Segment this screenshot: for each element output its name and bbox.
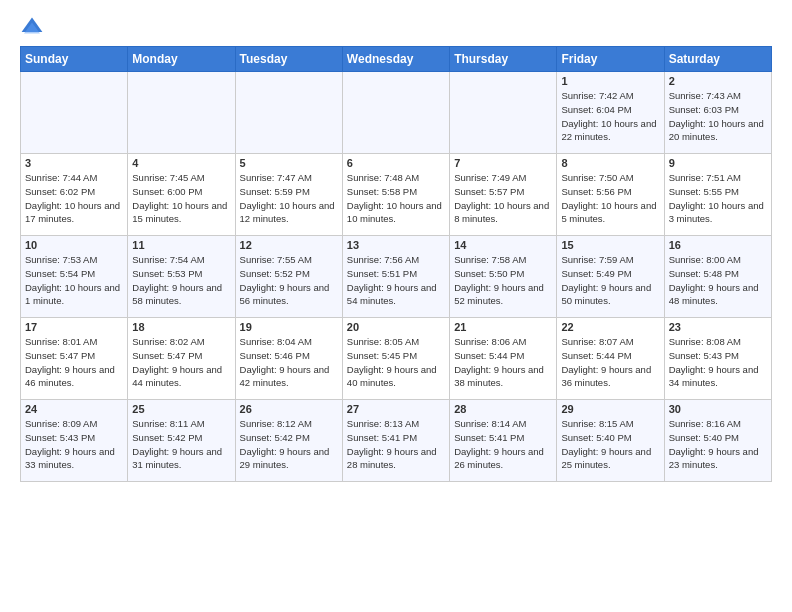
calendar-cell: 4Sunrise: 7:45 AM Sunset: 6:00 PM Daylig… — [128, 154, 235, 236]
day-info: Sunrise: 8:15 AM Sunset: 5:40 PM Dayligh… — [561, 417, 659, 472]
calendar-cell: 28Sunrise: 8:14 AM Sunset: 5:41 PM Dayli… — [450, 400, 557, 482]
day-number: 10 — [25, 239, 123, 251]
day-info: Sunrise: 8:08 AM Sunset: 5:43 PM Dayligh… — [669, 335, 767, 390]
day-number: 26 — [240, 403, 338, 415]
calendar-cell: 27Sunrise: 8:13 AM Sunset: 5:41 PM Dayli… — [342, 400, 449, 482]
calendar-cell: 13Sunrise: 7:56 AM Sunset: 5:51 PM Dayli… — [342, 236, 449, 318]
day-info: Sunrise: 7:55 AM Sunset: 5:52 PM Dayligh… — [240, 253, 338, 308]
calendar-cell: 18Sunrise: 8:02 AM Sunset: 5:47 PM Dayli… — [128, 318, 235, 400]
week-row-4: 24Sunrise: 8:09 AM Sunset: 5:43 PM Dayli… — [21, 400, 772, 482]
week-row-3: 17Sunrise: 8:01 AM Sunset: 5:47 PM Dayli… — [21, 318, 772, 400]
day-info: Sunrise: 7:48 AM Sunset: 5:58 PM Dayligh… — [347, 171, 445, 226]
day-info: Sunrise: 7:51 AM Sunset: 5:55 PM Dayligh… — [669, 171, 767, 226]
calendar-cell: 11Sunrise: 7:54 AM Sunset: 5:53 PM Dayli… — [128, 236, 235, 318]
calendar-cell: 17Sunrise: 8:01 AM Sunset: 5:47 PM Dayli… — [21, 318, 128, 400]
header-saturday: Saturday — [664, 47, 771, 72]
day-info: Sunrise: 7:58 AM Sunset: 5:50 PM Dayligh… — [454, 253, 552, 308]
calendar-cell: 2Sunrise: 7:43 AM Sunset: 6:03 PM Daylig… — [664, 72, 771, 154]
day-number: 15 — [561, 239, 659, 251]
day-info: Sunrise: 7:44 AM Sunset: 6:02 PM Dayligh… — [25, 171, 123, 226]
day-number: 13 — [347, 239, 445, 251]
day-info: Sunrise: 7:42 AM Sunset: 6:04 PM Dayligh… — [561, 89, 659, 144]
week-row-0: 1Sunrise: 7:42 AM Sunset: 6:04 PM Daylig… — [21, 72, 772, 154]
day-number: 25 — [132, 403, 230, 415]
day-info: Sunrise: 8:06 AM Sunset: 5:44 PM Dayligh… — [454, 335, 552, 390]
calendar-cell — [128, 72, 235, 154]
calendar-cell: 19Sunrise: 8:04 AM Sunset: 5:46 PM Dayli… — [235, 318, 342, 400]
calendar-cell: 1Sunrise: 7:42 AM Sunset: 6:04 PM Daylig… — [557, 72, 664, 154]
calendar-cell: 26Sunrise: 8:12 AM Sunset: 5:42 PM Dayli… — [235, 400, 342, 482]
day-info: Sunrise: 8:09 AM Sunset: 5:43 PM Dayligh… — [25, 417, 123, 472]
day-number: 7 — [454, 157, 552, 169]
day-info: Sunrise: 8:01 AM Sunset: 5:47 PM Dayligh… — [25, 335, 123, 390]
calendar-cell: 30Sunrise: 8:16 AM Sunset: 5:40 PM Dayli… — [664, 400, 771, 482]
calendar-cell: 15Sunrise: 7:59 AM Sunset: 5:49 PM Dayli… — [557, 236, 664, 318]
calendar-cell: 24Sunrise: 8:09 AM Sunset: 5:43 PM Dayli… — [21, 400, 128, 482]
day-info: Sunrise: 7:45 AM Sunset: 6:00 PM Dayligh… — [132, 171, 230, 226]
day-info: Sunrise: 8:02 AM Sunset: 5:47 PM Dayligh… — [132, 335, 230, 390]
day-number: 8 — [561, 157, 659, 169]
calendar-cell: 10Sunrise: 7:53 AM Sunset: 5:54 PM Dayli… — [21, 236, 128, 318]
day-info: Sunrise: 8:04 AM Sunset: 5:46 PM Dayligh… — [240, 335, 338, 390]
calendar-cell: 9Sunrise: 7:51 AM Sunset: 5:55 PM Daylig… — [664, 154, 771, 236]
day-number: 11 — [132, 239, 230, 251]
day-number: 16 — [669, 239, 767, 251]
calendar-cell: 16Sunrise: 8:00 AM Sunset: 5:48 PM Dayli… — [664, 236, 771, 318]
day-info: Sunrise: 7:59 AM Sunset: 5:49 PM Dayligh… — [561, 253, 659, 308]
calendar-cell: 25Sunrise: 8:11 AM Sunset: 5:42 PM Dayli… — [128, 400, 235, 482]
calendar-cell — [342, 72, 449, 154]
header-tuesday: Tuesday — [235, 47, 342, 72]
day-number: 5 — [240, 157, 338, 169]
day-info: Sunrise: 7:53 AM Sunset: 5:54 PM Dayligh… — [25, 253, 123, 308]
day-number: 2 — [669, 75, 767, 87]
day-info: Sunrise: 7:43 AM Sunset: 6:03 PM Dayligh… — [669, 89, 767, 144]
calendar-cell: 6Sunrise: 7:48 AM Sunset: 5:58 PM Daylig… — [342, 154, 449, 236]
day-number: 29 — [561, 403, 659, 415]
day-info: Sunrise: 7:47 AM Sunset: 5:59 PM Dayligh… — [240, 171, 338, 226]
day-info: Sunrise: 7:54 AM Sunset: 5:53 PM Dayligh… — [132, 253, 230, 308]
calendar-cell: 3Sunrise: 7:44 AM Sunset: 6:02 PM Daylig… — [21, 154, 128, 236]
day-number: 27 — [347, 403, 445, 415]
day-number: 12 — [240, 239, 338, 251]
calendar-cell — [21, 72, 128, 154]
day-number: 20 — [347, 321, 445, 333]
week-row-1: 3Sunrise: 7:44 AM Sunset: 6:02 PM Daylig… — [21, 154, 772, 236]
header-row: SundayMondayTuesdayWednesdayThursdayFrid… — [21, 47, 772, 72]
day-info: Sunrise: 7:49 AM Sunset: 5:57 PM Dayligh… — [454, 171, 552, 226]
day-info: Sunrise: 7:50 AM Sunset: 5:56 PM Dayligh… — [561, 171, 659, 226]
day-number: 21 — [454, 321, 552, 333]
day-info: Sunrise: 8:11 AM Sunset: 5:42 PM Dayligh… — [132, 417, 230, 472]
day-number: 3 — [25, 157, 123, 169]
day-info: Sunrise: 8:05 AM Sunset: 5:45 PM Dayligh… — [347, 335, 445, 390]
day-number: 14 — [454, 239, 552, 251]
header-sunday: Sunday — [21, 47, 128, 72]
calendar-cell: 12Sunrise: 7:55 AM Sunset: 5:52 PM Dayli… — [235, 236, 342, 318]
day-info: Sunrise: 7:56 AM Sunset: 5:51 PM Dayligh… — [347, 253, 445, 308]
day-number: 1 — [561, 75, 659, 87]
day-number: 4 — [132, 157, 230, 169]
calendar-cell: 20Sunrise: 8:05 AM Sunset: 5:45 PM Dayli… — [342, 318, 449, 400]
day-number: 24 — [25, 403, 123, 415]
week-row-2: 10Sunrise: 7:53 AM Sunset: 5:54 PM Dayli… — [21, 236, 772, 318]
calendar-cell: 7Sunrise: 7:49 AM Sunset: 5:57 PM Daylig… — [450, 154, 557, 236]
day-info: Sunrise: 8:13 AM Sunset: 5:41 PM Dayligh… — [347, 417, 445, 472]
day-number: 9 — [669, 157, 767, 169]
day-number: 30 — [669, 403, 767, 415]
calendar-cell — [235, 72, 342, 154]
day-info: Sunrise: 8:16 AM Sunset: 5:40 PM Dayligh… — [669, 417, 767, 472]
logo-icon — [20, 16, 44, 40]
header-thursday: Thursday — [450, 47, 557, 72]
day-info: Sunrise: 8:00 AM Sunset: 5:48 PM Dayligh… — [669, 253, 767, 308]
day-number: 17 — [25, 321, 123, 333]
calendar-cell: 23Sunrise: 8:08 AM Sunset: 5:43 PM Dayli… — [664, 318, 771, 400]
header-friday: Friday — [557, 47, 664, 72]
calendar-cell: 5Sunrise: 7:47 AM Sunset: 5:59 PM Daylig… — [235, 154, 342, 236]
day-number: 22 — [561, 321, 659, 333]
calendar-cell: 21Sunrise: 8:06 AM Sunset: 5:44 PM Dayli… — [450, 318, 557, 400]
day-number: 6 — [347, 157, 445, 169]
day-info: Sunrise: 8:14 AM Sunset: 5:41 PM Dayligh… — [454, 417, 552, 472]
header-wednesday: Wednesday — [342, 47, 449, 72]
calendar-cell: 8Sunrise: 7:50 AM Sunset: 5:56 PM Daylig… — [557, 154, 664, 236]
calendar-cell — [450, 72, 557, 154]
calendar-cell: 29Sunrise: 8:15 AM Sunset: 5:40 PM Dayli… — [557, 400, 664, 482]
